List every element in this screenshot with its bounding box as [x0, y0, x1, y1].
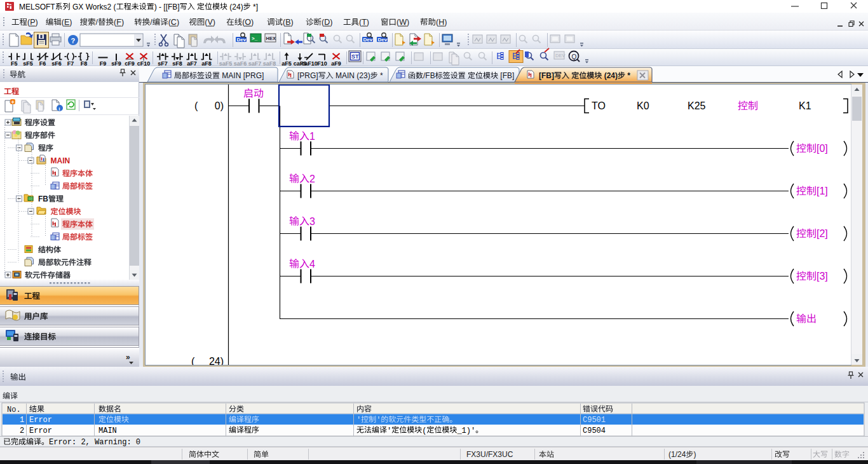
svg-text:(1/24: (1/24 [668, 450, 686, 459]
svg-text:HEX: HEX [266, 36, 276, 41]
svg-text:(T): (T) [359, 18, 369, 27]
svg-text:(P): (P) [27, 18, 38, 27]
svg-text:?: ? [71, 37, 76, 44]
svg-text:(W): (W) [397, 18, 409, 27]
svg-text:(H): (H) [436, 18, 447, 27]
svg-text:0): 0) [215, 100, 224, 111]
svg-text:C9504: C9504 [583, 426, 606, 435]
svg-text:/FB: /FB [423, 71, 435, 80]
svg-text:(24): (24) [602, 71, 618, 80]
svg-text:aF8: aF8 [201, 60, 212, 67]
svg-text:(: ( [191, 356, 195, 367]
svg-text:[FB]: [FB] [498, 71, 514, 80]
svg-text:(E): (E) [62, 18, 72, 27]
svg-text:[2]: [2] [817, 228, 828, 239]
svg-text:': ' [356, 416, 361, 425]
svg-text:[1]: [1] [817, 186, 828, 196]
svg-text:sF6: sF6 [51, 60, 62, 67]
svg-text:2: 2 [20, 426, 24, 435]
svg-text:4: 4 [309, 259, 315, 270]
svg-text:): ) [693, 450, 696, 459]
svg-text:F7: F7 [67, 60, 74, 67]
svg-text:(B): (B) [283, 18, 294, 27]
svg-text:sF5: sF5 [23, 60, 33, 67]
svg-text:MAIN (23): MAIN (23) [334, 71, 370, 80]
svg-text:MELSOFT: MELSOFT [19, 3, 55, 11]
svg-text:saF7: saF7 [248, 60, 262, 67]
svg-text:[0]: [0] [817, 143, 828, 154]
svg-text:3: 3 [309, 216, 315, 227]
svg-text:FB: FB [38, 194, 48, 203]
svg-text:*: * [378, 71, 383, 80]
svg-text:(24): (24) [227, 3, 243, 11]
svg-text:aF5: aF5 [281, 60, 292, 67]
svg-text:cF10: cF10 [137, 60, 151, 67]
svg-text:caF10: caF10 [301, 60, 318, 67]
svg-text:/: / [150, 18, 153, 27]
svg-text:1: 1 [20, 416, 24, 425]
svg-text:/: / [96, 18, 98, 27]
svg-text:saF8: saF8 [263, 60, 276, 67]
svg-text:DEV: DEV [555, 53, 565, 58]
svg-text:sF8: sF8 [172, 60, 182, 67]
svg-text:(F): (F) [114, 18, 124, 27]
svg-text:i: i [58, 106, 60, 112]
svg-text:) - [[FB]: ) - [[FB] [154, 3, 180, 11]
svg-text:No.: No. [7, 406, 21, 414]
svg-text:(D): (D) [322, 18, 332, 27]
svg-text:Error: Error [29, 426, 52, 435]
svg-text:aF9: aF9 [331, 60, 341, 67]
svg-text:sF9: sF9 [111, 60, 121, 67]
svg-text:GX Works2 (: GX Works2 ( [71, 3, 116, 11]
svg-text:F9: F9 [100, 60, 107, 67]
svg-text:K1: K1 [799, 100, 811, 111]
svg-text:sF7: sF7 [158, 60, 168, 67]
svg-text:F6: F6 [39, 60, 46, 67]
svg-text:F10: F10 [317, 60, 327, 67]
svg-text:FX3U/FX3UC: FX3U/FX3UC [466, 450, 513, 459]
svg-text:aF7: aF7 [187, 60, 197, 67]
svg-text:MAIN: MAIN [98, 426, 117, 435]
svg-text:Error: Error [29, 416, 52, 425]
svg-text:[3]: [3] [817, 271, 828, 282]
svg-text:cF9: cF9 [125, 60, 135, 67]
svg-text:': ' [376, 416, 381, 425]
svg-text:[PRG]: [PRG] [297, 71, 318, 80]
svg-text:F8: F8 [81, 60, 88, 67]
svg-text:(: ( [422, 426, 426, 435]
svg-text:»: » [126, 353, 130, 362]
svg-text:ST: ST [351, 53, 359, 60]
svg-text:24): 24) [209, 356, 224, 367]
svg-text:(: ( [194, 100, 198, 111]
svg-text:(O): (O) [242, 18, 254, 27]
svg-text:MAIN: MAIN [51, 156, 71, 165]
svg-text:_1)': _1)' [456, 426, 475, 435]
svg-text:*]: *] [251, 3, 258, 11]
svg-text:+: + [11, 99, 15, 106]
svg-text:(V): (V) [205, 18, 215, 27]
svg-text:Q: Q [572, 53, 577, 60]
svg-text:[FB]: [FB] [539, 71, 554, 80]
svg-text:Error: 2, Warning: 0: Error: 2, Warning: 0 [49, 438, 140, 447]
svg-text:K0: K0 [637, 100, 649, 111]
svg-text:>_: >_ [252, 36, 258, 41]
svg-text:2: 2 [309, 174, 315, 184]
svg-text:*: * [625, 71, 630, 80]
svg-text:saF6: saF6 [234, 60, 247, 67]
svg-text:TO: TO [592, 100, 606, 111]
svg-text:saF5: saF5 [219, 60, 233, 67]
svg-text:C9501: C9501 [583, 416, 606, 425]
svg-text:MAIN [PRG]: MAIN [PRG] [220, 71, 264, 80]
svg-text:1: 1 [309, 131, 315, 142]
svg-text:': ' [387, 426, 391, 435]
svg-text:K25: K25 [688, 100, 706, 111]
svg-text:(C): (C) [168, 18, 179, 27]
svg-text:F5: F5 [11, 60, 18, 67]
